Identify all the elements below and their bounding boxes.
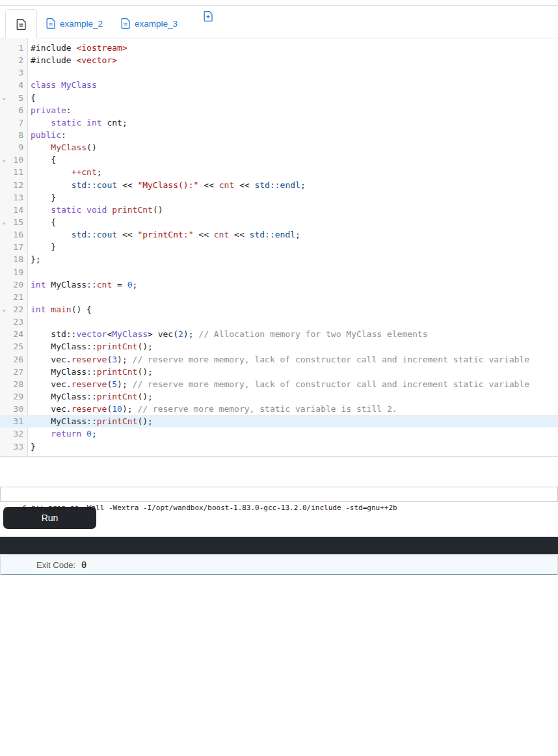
- code-text: [27, 316, 31, 328]
- code-line[interactable]: 26 vec.reserve(3); // reserve more memor…: [0, 353, 558, 366]
- code-line[interactable]: ⌄10 {: [0, 154, 558, 166]
- code-line[interactable]: 1#include <iostream>: [0, 42, 558, 54]
- code-line[interactable]: 3: [0, 66, 558, 79]
- line-number: 24: [13, 329, 23, 339]
- code-line[interactable]: ⌄22int main() {: [0, 303, 558, 316]
- code-line[interactable]: 14 static void printCnt(): [0, 204, 558, 216]
- token-plain: [31, 142, 51, 152]
- token-plain: ;: [92, 429, 97, 439]
- code-text: MyClass::printCnt();: [27, 366, 153, 378]
- code-line[interactable]: 25 MyClass::printCnt();: [0, 340, 558, 353]
- code-text: }: [27, 440, 36, 453]
- code-line[interactable]: 4class MyClass: [0, 79, 558, 91]
- token-plain: {: [31, 217, 56, 227]
- token-plain: <<: [117, 180, 137, 190]
- token-plain: MyClass::: [31, 367, 97, 377]
- token-ns: std::endl: [254, 180, 300, 190]
- line-number: 6: [18, 105, 23, 115]
- token-num: 3: [112, 355, 117, 364]
- tab-label: example_2: [60, 19, 103, 29]
- line-number: 5: [18, 93, 23, 103]
- line-number: 11: [13, 167, 23, 177]
- token-kw: static: [51, 118, 81, 128]
- token-plain: ;: [133, 280, 138, 290]
- code-text: #include <vector>: [27, 54, 117, 66]
- token-fn: printCnt: [97, 342, 138, 351]
- token-plain: [31, 205, 51, 215]
- line-gutter: 1: [0, 42, 27, 54]
- line-gutter: 6: [0, 104, 27, 116]
- code-line[interactable]: 32 return 0;: [0, 427, 558, 440]
- code-line[interactable]: 27 MyClass::printCnt();: [0, 366, 558, 378]
- token-type: vector: [76, 329, 107, 339]
- code-text: std::cout << "printCnt:" << cnt << std::…: [27, 228, 300, 241]
- token-kw: static: [51, 205, 81, 215]
- code-line[interactable]: 20int MyClass::cnt = 0;: [0, 278, 558, 291]
- line-gutter: 24: [0, 328, 27, 340]
- token-com: // reserve more memory, lack of construc…: [133, 379, 529, 389]
- code-text: static void printCnt(): [27, 204, 163, 216]
- token-com: // reserve more memory, static variable …: [137, 404, 397, 414]
- chevron-down-icon[interactable]: ⌄: [2, 303, 6, 315]
- token-num: 10: [112, 404, 122, 414]
- token-plain: > vec(: [148, 329, 178, 339]
- line-number: 30: [13, 404, 23, 414]
- token-fn: printCnt: [97, 416, 138, 426]
- token-plain: ;: [97, 167, 102, 177]
- token-plain: <<: [193, 230, 213, 239]
- line-gutter: 14: [0, 204, 27, 216]
- line-gutter: 11: [0, 166, 27, 178]
- tab-example-3[interactable]: example_3: [112, 9, 187, 38]
- code-line[interactable]: 7 static int cnt;: [0, 116, 558, 129]
- code-line[interactable]: 2#include <vector>: [0, 54, 558, 66]
- tab-example-2[interactable]: example_2: [37, 9, 112, 38]
- code-line[interactable]: 9 MyClass(): [0, 141, 558, 154]
- chevron-down-icon[interactable]: ⌄: [2, 91, 6, 103]
- code-line[interactable]: 11 ++cnt;: [0, 166, 558, 178]
- line-gutter: 2: [0, 54, 27, 66]
- line-number: 16: [13, 230, 23, 239]
- token-plain: MyClass::: [31, 342, 97, 351]
- code-text: int main() {: [27, 303, 92, 316]
- code-editor[interactable]: 1#include <iostream>2#include <vector>34…: [0, 38, 558, 457]
- line-gutter: 27: [0, 366, 27, 378]
- code-line[interactable]: 24 std::vector<MyClass> vec(2); // Alloc…: [0, 328, 558, 340]
- code-line[interactable]: ⌄15 {: [0, 216, 558, 228]
- code-line[interactable]: 18};: [0, 253, 558, 265]
- code-line[interactable]: 12 std::cout << "MyClass():" << cnt << s…: [0, 179, 558, 191]
- code-line[interactable]: ⌄5{: [0, 92, 558, 104]
- code-text: vec.reserve(5); // reserve more memory, …: [27, 378, 529, 390]
- code-line[interactable]: 21: [0, 291, 558, 303]
- code-line[interactable]: 8public:: [0, 129, 558, 141]
- code-line[interactable]: 19: [0, 266, 558, 278]
- exit-code-value: 0: [81, 560, 86, 570]
- token-kw: private: [31, 105, 66, 115]
- token-plain: <<: [234, 180, 254, 190]
- new-file-button[interactable]: [204, 11, 213, 21]
- code-line[interactable]: 23: [0, 316, 558, 328]
- token-inc: <vector>: [76, 55, 117, 65]
- code-line[interactable]: 6private:: [0, 104, 558, 116]
- token-fn: main: [51, 304, 71, 314]
- line-number: 28: [13, 379, 23, 389]
- code-line[interactable]: 17 }: [0, 241, 558, 253]
- chevron-down-icon[interactable]: ⌄: [2, 215, 6, 228]
- line-gutter: 21: [0, 291, 27, 303]
- code-text: [27, 66, 31, 79]
- code-line[interactable]: 31 MyClass::printCnt();: [0, 415, 558, 427]
- line-number: 3: [18, 68, 23, 77]
- code-line[interactable]: 13 }: [0, 191, 558, 204]
- code-line[interactable]: 33}: [0, 440, 558, 453]
- chevron-down-icon[interactable]: ⌄: [2, 153, 6, 165]
- code-text: MyClass(): [27, 141, 97, 154]
- compiler-command-bar: $ g++ prog.cc -Wall -Wextra -I/opt/wandb…: [0, 487, 558, 502]
- code-line[interactable]: 29 MyClass::printCnt();: [0, 390, 558, 403]
- line-number: 12: [13, 180, 23, 190]
- token-fn: cnt: [219, 180, 234, 190]
- compiler-command-text: $ g++ prog.cc -Wall -Wextra -I/opt/wandb…: [23, 504, 397, 512]
- code-text: public:: [27, 129, 66, 141]
- code-line[interactable]: 30 vec.reserve(10); // reserve more memo…: [0, 403, 558, 415]
- code-line[interactable]: 28 vec.reserve(5); // reserve more memor…: [0, 378, 558, 390]
- code-line[interactable]: 16 std::cout << "printCnt:" << cnt << st…: [0, 228, 558, 241]
- tab-current-file[interactable]: [5, 9, 37, 38]
